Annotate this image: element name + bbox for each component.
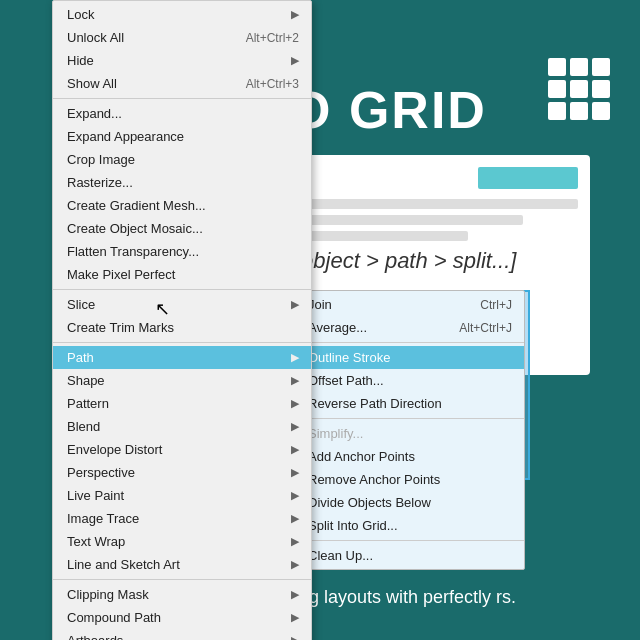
- menu-separator: [53, 289, 311, 290]
- menu-item-label: Artboards: [67, 633, 123, 640]
- menu-item-shape[interactable]: Shape▶: [53, 369, 311, 392]
- submenu-item-label: Split Into Grid...: [308, 518, 398, 533]
- menu-arrow-icon: ▶: [291, 634, 299, 640]
- menu-item-pattern[interactable]: Pattern▶: [53, 392, 311, 415]
- submenu-separator: [296, 418, 524, 419]
- menu-item-label: Perspective: [67, 465, 135, 480]
- submenu-item-simplify[interactable]: Simplify...: [296, 422, 524, 445]
- menu-item-label: Create Trim Marks: [67, 320, 174, 335]
- submenu-item-join[interactable]: JoinCtrl+J: [296, 293, 524, 316]
- menu-item-slice[interactable]: Slice▶: [53, 293, 311, 316]
- submenu-separator: [296, 342, 524, 343]
- menu-item-path[interactable]: Path▶: [53, 346, 311, 369]
- menu-item-label: Envelope Distort: [67, 442, 162, 457]
- gray-line-2: [302, 215, 523, 225]
- submenu-item-add-anchor[interactable]: Add Anchor Points: [296, 445, 524, 468]
- submenu-item-label: Remove Anchor Points: [308, 472, 440, 487]
- path-text: [object > path > split...]: [295, 248, 516, 274]
- context-menu: Lock▶Unlock AllAlt+Ctrl+2Hide▶Show AllAl…: [52, 0, 312, 640]
- menu-item-label: Show All: [67, 76, 117, 91]
- menu-arrow-icon: ▶: [291, 535, 299, 548]
- menu-arrow-icon: ▶: [291, 397, 299, 410]
- menu-shortcut: Alt+Ctrl+3: [246, 77, 299, 91]
- menu-item-line-sketch[interactable]: Line and Sketch Art▶: [53, 553, 311, 576]
- menu-item-label: Text Wrap: [67, 534, 125, 549]
- menu-item-live-paint[interactable]: Live Paint▶: [53, 484, 311, 507]
- submenu-item-label: Divide Objects Below: [308, 495, 431, 510]
- menu-item-image-trace[interactable]: Image Trace▶: [53, 507, 311, 530]
- submenu-item-clean-up[interactable]: Clean Up...: [296, 544, 524, 567]
- menu-item-label: Crop Image: [67, 152, 135, 167]
- menu-shortcut: Alt+Ctrl+2: [246, 31, 299, 45]
- submenu-item-offset-path[interactable]: Offset Path...: [296, 369, 524, 392]
- gray-line-1: [302, 199, 578, 209]
- submenu-shortcut: Ctrl+J: [480, 298, 512, 312]
- menu-item-envelope-distort[interactable]: Envelope Distort▶: [53, 438, 311, 461]
- bottom-text: ting layouts with perfectly rs.: [290, 585, 600, 610]
- submenu-item-reverse-path[interactable]: Reverse Path Direction: [296, 392, 524, 415]
- menu-item-crop-image[interactable]: Crop Image: [53, 148, 311, 171]
- menu-item-label: Expand...: [67, 106, 122, 121]
- menu-item-pixel-perfect[interactable]: Make Pixel Perfect: [53, 263, 311, 286]
- menu-item-label: Blend: [67, 419, 100, 434]
- menu-item-label: Live Paint: [67, 488, 124, 503]
- menu-arrow-icon: ▶: [291, 374, 299, 387]
- menu-arrow-icon: ▶: [291, 420, 299, 433]
- menu-arrow-icon: ▶: [291, 466, 299, 479]
- menu-item-gradient-mesh[interactable]: Create Gradient Mesh...: [53, 194, 311, 217]
- gray-line-3: [302, 231, 468, 241]
- menu-item-unlock-all[interactable]: Unlock AllAlt+Ctrl+2: [53, 26, 311, 49]
- submenu-item-label: Clean Up...: [308, 548, 373, 563]
- menu-item-flatten[interactable]: Flatten Transparency...: [53, 240, 311, 263]
- menu-separator: [53, 98, 311, 99]
- menu-item-show-all[interactable]: Show AllAlt+Ctrl+3: [53, 72, 311, 95]
- menu-item-hide[interactable]: Hide▶: [53, 49, 311, 72]
- submenu-item-divide-below[interactable]: Divide Objects Below: [296, 491, 524, 514]
- menu-arrow-icon: ▶: [291, 8, 299, 21]
- submenu-item-label: Offset Path...: [308, 373, 384, 388]
- menu-arrow-icon: ▶: [291, 54, 299, 67]
- menu-item-text-wrap[interactable]: Text Wrap▶: [53, 530, 311, 553]
- menu-item-expand-appearance[interactable]: Expand Appearance: [53, 125, 311, 148]
- menu-item-label: Hide: [67, 53, 94, 68]
- menu-item-perspective[interactable]: Perspective▶: [53, 461, 311, 484]
- menu-item-label: Image Trace: [67, 511, 139, 526]
- submenu-item-split-grid[interactable]: Split Into Grid...: [296, 514, 524, 537]
- menu-item-label: Create Gradient Mesh...: [67, 198, 206, 213]
- menu-item-rasterize[interactable]: Rasterize...: [53, 171, 311, 194]
- menu-item-expand[interactable]: Expand...: [53, 102, 311, 125]
- menu-arrow-icon: ▶: [291, 558, 299, 571]
- menu-item-compound-path[interactable]: Compound Path▶: [53, 606, 311, 629]
- menu-item-label: Compound Path: [67, 610, 161, 625]
- menu-item-clipping-mask[interactable]: Clipping Mask▶: [53, 583, 311, 606]
- menu-item-label: Line and Sketch Art: [67, 557, 180, 572]
- menu-separator: [53, 342, 311, 343]
- menu-item-lock[interactable]: Lock▶: [53, 3, 311, 26]
- menu-item-label: Shape: [67, 373, 105, 388]
- menu-arrow-icon: ▶: [291, 588, 299, 601]
- path-submenu: JoinCtrl+JAverage...Alt+Ctrl+JOutline St…: [295, 290, 525, 570]
- submenu-separator: [296, 540, 524, 541]
- menu-arrow-icon: ▶: [291, 351, 299, 364]
- submenu-shortcut: Alt+Ctrl+J: [459, 321, 512, 335]
- submenu-item-label: Add Anchor Points: [308, 449, 415, 464]
- menu-item-label: Flatten Transparency...: [67, 244, 199, 259]
- menu-item-trim-marks[interactable]: Create Trim Marks: [53, 316, 311, 339]
- menu-item-object-mosaic[interactable]: Create Object Mosaic...: [53, 217, 311, 240]
- menu-separator: [53, 579, 311, 580]
- menu-item-blend[interactable]: Blend▶: [53, 415, 311, 438]
- menu-item-label: Lock: [67, 7, 94, 22]
- blue-bar: [478, 167, 578, 189]
- submenu-item-remove-anchor[interactable]: Remove Anchor Points: [296, 468, 524, 491]
- menu-item-label: Unlock All: [67, 30, 124, 45]
- menu-arrow-icon: ▶: [291, 443, 299, 456]
- menu-arrow-icon: ▶: [291, 298, 299, 311]
- menu-item-artboards[interactable]: Artboards▶: [53, 629, 311, 640]
- submenu-item-average[interactable]: Average...Alt+Ctrl+J: [296, 316, 524, 339]
- grid-title: O GRID: [290, 80, 487, 140]
- menu-item-label: Path: [67, 350, 94, 365]
- menu-item-label: Slice: [67, 297, 95, 312]
- submenu-item-outline-stroke[interactable]: Outline Stroke: [296, 346, 524, 369]
- menu-item-label: Rasterize...: [67, 175, 133, 190]
- submenu-item-label: Reverse Path Direction: [308, 396, 442, 411]
